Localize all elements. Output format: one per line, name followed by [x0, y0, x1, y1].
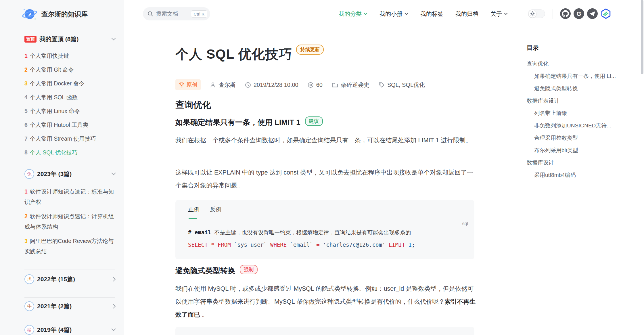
publish-date: 2019/12/28 10:00	[254, 82, 298, 88]
nav-tags[interactable]: 我的标签	[420, 10, 443, 18]
tab-positive-example[interactable]: 正例	[188, 206, 200, 219]
article-meta: 原创 查尔斯 2019/12/28 10:00 60 杂碎逆袭史 SQL, SQ…	[175, 79, 425, 90]
origin-badge: 原创	[175, 79, 201, 90]
toc-item[interactable]: 数据库表设计	[527, 95, 622, 107]
toc-item[interactable]: 列名带上前缀	[527, 107, 622, 119]
tags-label: SQL, SQL优化	[387, 81, 425, 89]
toc-item[interactable]: 合理采用整数类型	[527, 132, 622, 144]
ox-zodiac-icon: 牛	[24, 301, 34, 311]
sidebar-item-2023-3[interactable]: 3阿里巴巴的Code Review方法论与实践总结	[24, 236, 116, 256]
view-count: 60	[316, 82, 323, 88]
nav-categories[interactable]: 我的分类	[339, 10, 367, 18]
pig-zodiac-icon: 猪	[24, 325, 34, 335]
theme-toggle[interactable]	[528, 9, 545, 18]
code-example-card-partial	[175, 327, 474, 335]
origin-label: 原创	[186, 81, 197, 89]
sidebar-item-sql-tips-active[interactable]: 8个人 SQL 优化技巧	[24, 147, 116, 158]
code-block[interactable]: # email 不是主键，也没有设置唯一约束，根据熵增定律，查询结果是有可能会出…	[188, 226, 466, 251]
item-number: 3	[24, 80, 28, 87]
pinned-section-header[interactable]: 置顶 我的置顶 (8篇)	[24, 35, 116, 43]
pinned-section-title: 我的置顶 (8篇)	[39, 35, 108, 43]
article-title-row: 个人 SQL 优化技巧持续更新	[175, 45, 324, 63]
header-divider	[523, 9, 523, 19]
search-input[interactable]: 搜索文档 Ctrl K	[143, 7, 210, 20]
chevron-down-icon[interactable]	[111, 38, 116, 41]
top-nav: 我的分类 我的小册 我的标签 我的归档 关于	[339, 0, 508, 28]
year-2023-header[interactable]: 兔 2023年 (3篇)	[24, 169, 116, 179]
year-2019-header[interactable]: 猪 2019年 (4篇)	[24, 325, 116, 335]
clock-icon	[245, 82, 251, 88]
sidebar-item-git[interactable]: 2个人常用 Git 命令	[24, 64, 116, 75]
site-title: 查尔斯的知识库	[41, 10, 88, 19]
trophy-icon	[179, 82, 184, 88]
sql-punctuation: ;	[412, 242, 415, 248]
sidebar-item-stream[interactable]: 7个人常用 Stream 使用技巧	[24, 133, 116, 144]
code-language-label: sql	[462, 221, 468, 226]
nav-booklets[interactable]: 我的小册	[379, 10, 408, 18]
author-name: 查尔斯	[218, 81, 236, 89]
meta-category[interactable]: 杂碎逆袭史	[332, 81, 369, 89]
suggestion-badge: 建议	[305, 116, 323, 126]
search-icon	[147, 11, 153, 17]
chevron-right-icon[interactable]	[113, 304, 116, 309]
meta-tags[interactable]: SQL, SQL优化	[379, 81, 425, 89]
sidebar-item-hutool[interactable]: 6个人常用 Hutool 工具类	[24, 120, 116, 130]
planet-logo-icon	[22, 6, 37, 22]
year-title: 2022年 (15篇)	[37, 275, 110, 283]
github-icon[interactable]	[560, 8, 571, 19]
views-icon	[308, 82, 314, 88]
social-links: G	[560, 8, 611, 19]
chevron-down-icon	[504, 13, 508, 15]
item-label: 个人常用 Hutool 工具类	[30, 122, 89, 128]
item-number: 2	[24, 66, 28, 73]
user-icon	[210, 82, 216, 88]
sidebar-item-2023-2[interactable]: 2软件设计师知识点速记：计算机组成与体系结构	[24, 211, 116, 232]
telegram-icon[interactable]	[587, 8, 598, 19]
nav-about[interactable]: 关于	[490, 10, 508, 18]
sidebar-item-linux[interactable]: 5个人常用 Linux 命令	[24, 106, 116, 116]
mandatory-badge: 强制	[240, 265, 258, 274]
chevron-right-icon[interactable]	[113, 277, 116, 282]
item-label: 软件设计师知识点速记：标准与知识产权	[24, 188, 114, 205]
sidebar-item-docker[interactable]: 3个人常用 Docker 命令	[24, 78, 116, 89]
gitee-icon[interactable]: G	[574, 8, 584, 19]
toc-item[interactable]: 非负数列添加UNSIGNED无符...	[527, 119, 622, 132]
category-label: 杂碎逆袭史	[341, 81, 369, 89]
tab-negative-example[interactable]: 反例	[210, 206, 221, 219]
nav-label: 我的标签	[420, 10, 443, 18]
scrollbar[interactable]	[641, 0, 643, 74]
nav-archive[interactable]: 我的归档	[455, 10, 478, 18]
rabbit-zodiac-icon: 兔	[24, 169, 34, 179]
item-label: 个人常用 SQL 函数	[30, 94, 78, 100]
toc-item[interactable]: 如果确定结果只有一条，使用 LI...	[527, 70, 622, 82]
toc-item[interactable]: 采用utf8mb4编码	[527, 169, 622, 181]
subsection-implicit-cast: 避免隐式类型转换 强制	[175, 266, 258, 276]
sql-identifier: `sys_user`	[234, 242, 270, 248]
toc-item[interactable]: 查询优化	[527, 58, 622, 70]
item-number: 5	[24, 108, 28, 114]
item-label: 软件设计师知识点速记：计算机组成与体系结构	[24, 213, 114, 230]
toc-title: 目录	[527, 44, 622, 52]
sun-icon	[530, 11, 535, 16]
chevron-down-icon[interactable]	[111, 173, 116, 175]
nav-label: 我的小册	[379, 10, 402, 18]
year-title: 2019年 (4篇)	[37, 326, 108, 334]
year-2022-header[interactable]: 虎 2022年 (15篇)	[24, 274, 116, 284]
sidebar-item-sql-func[interactable]: 4个人常用 SQL 函数	[24, 92, 116, 102]
sidebar-item-shortcuts[interactable]: 1个人常用快捷键	[24, 51, 116, 61]
sidebar-item-2023-1[interactable]: 1软件设计师知识点速记：标准与知识产权	[24, 186, 116, 207]
toc-item[interactable]: 避免隐式类型转换	[527, 82, 622, 95]
chevron-down-icon[interactable]	[111, 328, 116, 331]
search-placeholder: 搜索文档	[156, 10, 188, 18]
item-number: 8	[24, 149, 28, 156]
site-logo[interactable]: 查尔斯的知识库	[22, 6, 88, 22]
toc-item[interactable]: 布尔列采用bit类型	[527, 144, 622, 156]
search-shortcut-badge: Ctrl K	[191, 10, 208, 18]
year-2021-header[interactable]: 牛 2021年 (2篇)	[24, 301, 116, 311]
subsection-limit1: 如果确定结果只有一条，使用 LIMIT 1 建议	[175, 117, 323, 127]
title-badge: 持续更新	[296, 45, 324, 55]
toc-item[interactable]: 数据库设计	[527, 156, 622, 169]
hexagon-site-icon[interactable]	[601, 8, 611, 19]
subsection-title: 避免隐式类型转换	[175, 266, 235, 276]
item-number: 3	[24, 238, 28, 244]
